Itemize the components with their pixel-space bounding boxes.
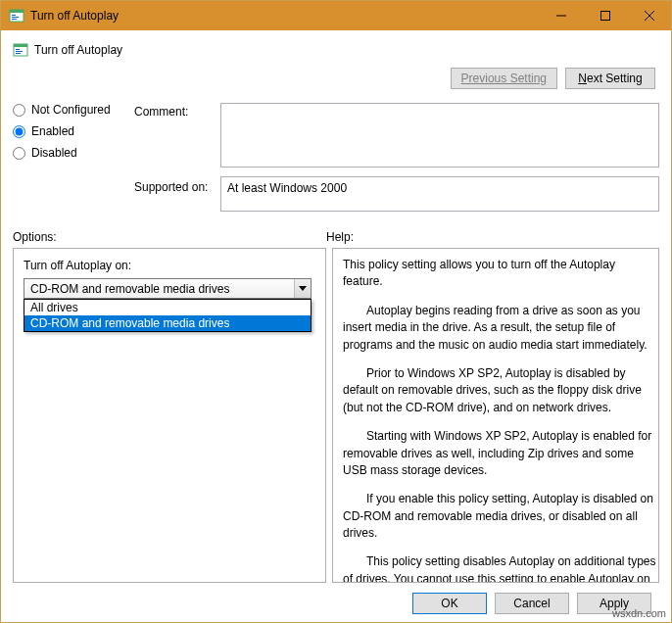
dialog-footer: OK Cancel Apply	[13, 583, 659, 614]
minimize-button[interactable]	[539, 1, 583, 30]
maximize-button[interactable]	[583, 1, 627, 30]
nav-buttons: Previous Setting Next Setting	[13, 68, 655, 89]
svg-rect-4	[12, 19, 17, 20]
help-text: This policy setting allows you to turn o…	[343, 257, 656, 291]
ok-button[interactable]: OK	[412, 593, 487, 614]
panel-labels: Options: Help:	[13, 230, 659, 244]
autoplay-on-label: Turn off Autoplay on:	[24, 259, 315, 272]
combo-option-all-drives[interactable]: All drives	[24, 300, 311, 315]
svg-rect-5	[600, 12, 609, 21]
window-buttons	[539, 1, 671, 30]
chevron-down-icon[interactable]	[294, 279, 311, 298]
close-button[interactable]	[627, 1, 671, 30]
autoplay-on-combo[interactable]: CD-ROM and removable media drives All dr…	[24, 278, 312, 299]
policy-title: Turn off Autoplay	[34, 43, 659, 57]
configuration-section: Not Configured Enabled Disabled Comment:…	[13, 103, 659, 215]
options-label: Options:	[13, 230, 326, 244]
radio-disabled[interactable]: Disabled	[13, 146, 126, 160]
dialog-window: Turn off Autoplay Turn off Autoplay Prev…	[0, 0, 672, 623]
system-icon	[9, 8, 24, 24]
svg-rect-1	[10, 10, 24, 13]
help-text: Prior to Windows XP SP2, Autoplay is dis…	[343, 365, 656, 416]
radio-not-configured[interactable]: Not Configured	[13, 103, 126, 117]
svg-rect-2	[12, 15, 16, 16]
svg-rect-9	[16, 51, 23, 52]
panels: Turn off Autoplay on: CD-ROM and removab…	[13, 248, 659, 583]
svg-rect-7	[14, 44, 27, 47]
titlebar[interactable]: Turn off Autoplay	[1, 1, 671, 30]
combo-option-cdrom[interactable]: CD-ROM and removable media drives	[24, 315, 311, 331]
combo-dropdown[interactable]: All drives CD-ROM and removable media dr…	[24, 299, 312, 332]
watermark: wsxdn.com	[612, 607, 666, 619]
help-text: If you enable this policy setting, Autop…	[343, 491, 656, 542]
policy-icon	[13, 42, 28, 58]
policy-header: Turn off Autoplay	[13, 42, 659, 58]
state-radio-group: Not Configured Enabled Disabled	[13, 103, 126, 160]
svg-rect-8	[16, 49, 20, 50]
svg-rect-10	[16, 53, 21, 54]
supported-on-field	[220, 176, 659, 212]
svg-rect-3	[12, 17, 19, 18]
next-setting-button[interactable]: Next Setting	[565, 68, 655, 89]
comment-field[interactable]	[220, 103, 659, 168]
window-title: Turn off Autoplay	[30, 9, 539, 23]
content-area: Turn off Autoplay Previous Setting Next …	[1, 30, 671, 622]
help-text: Autoplay begins reading from a drive as …	[343, 303, 656, 354]
help-panel[interactable]: This policy setting allows you to turn o…	[332, 248, 659, 583]
previous-setting-button: Previous Setting	[451, 68, 557, 89]
help-text: This policy setting disables Autoplay on…	[343, 553, 656, 583]
comment-label: Comment:	[134, 103, 213, 119]
combo-display[interactable]: CD-ROM and removable media drives	[24, 278, 312, 299]
options-panel: Turn off Autoplay on: CD-ROM and removab…	[13, 248, 326, 583]
help-label: Help:	[326, 230, 659, 244]
help-text: Starting with Windows XP SP2, Autoplay i…	[343, 428, 656, 479]
cancel-button[interactable]: Cancel	[495, 593, 569, 614]
supported-on-label: Supported on:	[134, 176, 213, 194]
radio-enabled[interactable]: Enabled	[13, 124, 126, 138]
